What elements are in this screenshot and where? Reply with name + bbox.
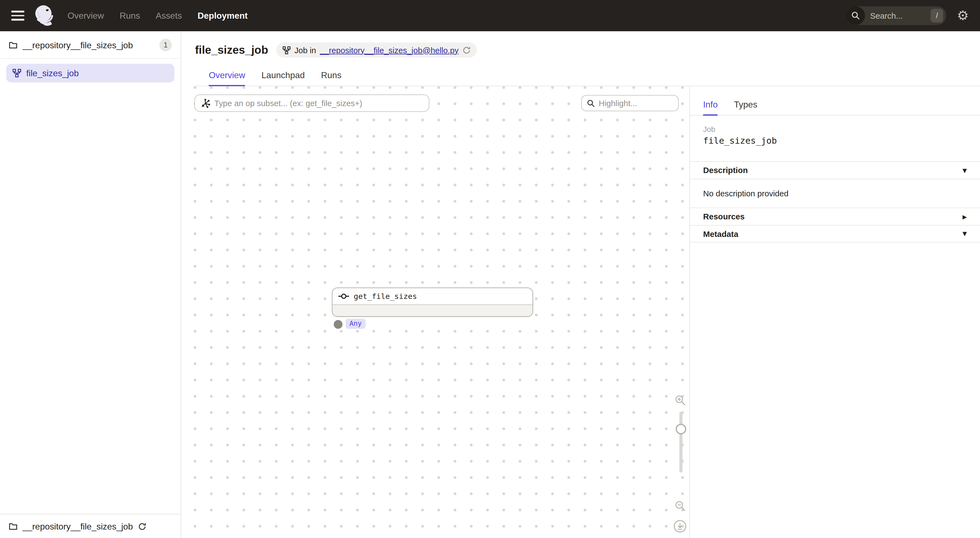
op-output-port[interactable]: [334, 320, 342, 329]
settings-gear-icon[interactable]: ⚙: [957, 9, 969, 22]
output-type-badge[interactable]: Any: [345, 318, 366, 328]
sidebar-item-file-sizes-job[interactable]: file_sizes_job: [6, 64, 174, 82]
section-metadata[interactable]: Metadata ▼: [690, 225, 980, 243]
job-graph-icon: [282, 46, 291, 54]
nav-item-overview[interactable]: Overview: [67, 11, 104, 21]
sidebar-item-label: file_sizes_job: [26, 68, 79, 78]
page-title: file_sizes_job: [195, 43, 268, 56]
sidebar-repository-header[interactable]: __repository__file_sizes_job 1: [0, 31, 181, 59]
footer-repository-name: __repository__file_sizes_job: [22, 521, 133, 531]
nav-item-assets[interactable]: Assets: [156, 11, 182, 21]
highlight-filter: [581, 95, 679, 111]
info-panel: Info Types Job file_sizes_job Descriptio…: [689, 86, 980, 538]
top-nav: Overview Runs Assets Deployment: [67, 11, 248, 21]
job-origin-pill: Job in __repository__file_sizes_job@hell…: [277, 43, 477, 57]
tab-runs[interactable]: Runs: [321, 70, 342, 86]
job-count-badge: 1: [159, 38, 172, 51]
search-shortcut-key: /: [931, 9, 943, 22]
op-node-get-file-sizes[interactable]: get_file_sizes: [332, 287, 533, 317]
nav-item-runs[interactable]: Runs: [119, 11, 140, 21]
section-title: Description: [703, 166, 963, 175]
dagster-logo-icon[interactable]: [33, 3, 57, 28]
op-node-name: get_file_sizes: [354, 292, 417, 301]
caret-right-icon: ▶: [963, 213, 967, 220]
job-graph-icon: [13, 69, 21, 78]
section-resources[interactable]: Resources ▶: [690, 208, 980, 225]
job-origin-prefix: Job in: [294, 45, 316, 54]
op-node-body: [332, 304, 533, 316]
caret-down-icon: ▼: [963, 231, 967, 237]
op-subset-input[interactable]: [215, 99, 424, 108]
reload-repository-icon[interactable]: [138, 522, 146, 530]
folder-icon: [9, 40, 18, 49]
repository-link[interactable]: __repository__file_sizes_job@hello.py: [320, 45, 458, 54]
search-icon: [846, 6, 865, 25]
hamburger-menu-icon[interactable]: [11, 11, 24, 21]
tab-info[interactable]: Info: [703, 99, 718, 115]
reload-icon[interactable]: [462, 46, 471, 54]
zoom-controls: [673, 86, 688, 538]
zoom-slider-track[interactable]: [679, 412, 682, 473]
nav-item-deployment[interactable]: Deployment: [197, 11, 248, 21]
search-icon: [587, 99, 595, 107]
repository-sidebar: __repository__file_sizes_job 1 file_size…: [0, 31, 181, 538]
zoom-out-icon[interactable]: [675, 501, 686, 511]
sidebar-repository-name: __repository__file_sizes_job: [22, 40, 154, 49]
job-tabs: Overview Launchpad Runs: [195, 57, 980, 86]
description-content: No description provided: [690, 179, 980, 208]
job-header: file_sizes_job Job in __repository__file…: [181, 31, 980, 86]
zoom-in-icon[interactable]: [675, 395, 686, 406]
info-panel-tabs: Info Types: [690, 86, 980, 116]
section-title: Metadata: [703, 229, 963, 238]
dagster-app: Overview Runs Assets Deployment Search..…: [0, 0, 980, 538]
folder-icon: [9, 522, 18, 531]
top-navigation-bar: Overview Runs Assets Deployment Search..…: [0, 0, 980, 31]
op-selector-icon: [200, 98, 211, 108]
section-title: Resources: [703, 212, 963, 221]
op-icon: [338, 293, 349, 300]
job-info-block: Job file_sizes_job: [690, 116, 980, 146]
op-graph-canvas[interactable]: get_file_sizes Any: [181, 86, 689, 538]
section-description[interactable]: Description ▼: [690, 161, 980, 179]
search-placeholder: Search...: [870, 11, 931, 20]
job-kind-label: Job: [703, 125, 967, 134]
tab-launchpad[interactable]: Launchpad: [262, 70, 305, 86]
highlight-input[interactable]: [599, 99, 673, 108]
zoom-slider-handle[interactable]: [676, 423, 686, 435]
tab-overview[interactable]: Overview: [208, 70, 245, 86]
op-subset-filter: [194, 94, 430, 112]
main-content: file_sizes_job Job in __repository__file…: [181, 31, 980, 538]
tab-types[interactable]: Types: [734, 99, 757, 115]
caret-down-icon: ▼: [963, 167, 967, 173]
sidebar-footer-repository[interactable]: __repository__file_sizes_job: [0, 514, 181, 538]
job-name-value: file_sizes_job: [703, 136, 967, 146]
recenter-download-icon[interactable]: [673, 519, 687, 533]
global-search[interactable]: Search... /: [846, 6, 947, 25]
